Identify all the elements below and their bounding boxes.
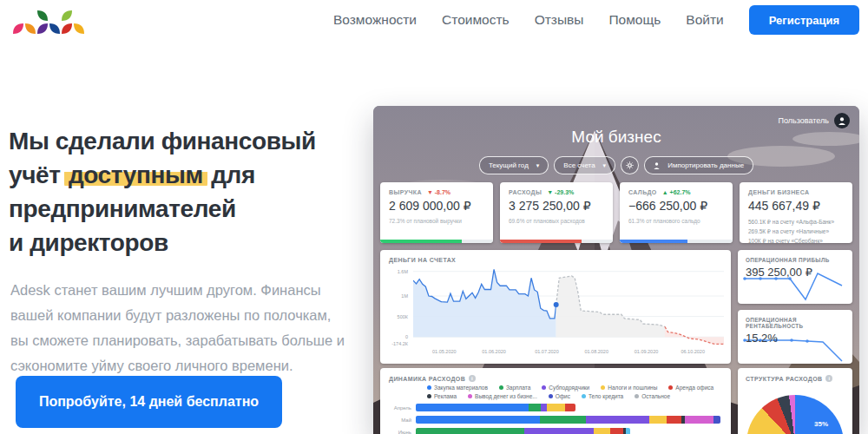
import-icon <box>654 162 660 169</box>
operating-rentability-card: ОПЕРАЦИОННАЯ РЕНТАБЕЛЬНОСТЬ 15.2% <box>738 310 852 364</box>
bar-row-label: Апрель <box>389 405 411 411</box>
bottom-charts-row: ДИНАМИКА РАСХОДОВ i Закупка материаловЗа… <box>380 368 852 434</box>
bar-segment <box>649 416 666 424</box>
title-line-4: и директоров <box>9 229 168 256</box>
bar-segment <box>416 416 540 424</box>
metric-badge: ▼ -8.7% <box>427 189 450 195</box>
metric-badge: ▲ +62.7% <box>662 189 691 195</box>
legend-dot <box>549 394 553 398</box>
bar-segment <box>594 428 610 434</box>
bar-row: Апрель <box>389 404 722 411</box>
title-highlight: доступным <box>64 161 207 188</box>
y-tick-label: 500К <box>398 314 408 319</box>
metric-label: САЛЬДО <box>628 189 657 195</box>
bar-segment <box>626 428 630 434</box>
title-line-2-pre: учёт <box>9 161 61 188</box>
accounts-select-value: Все счета <box>563 161 595 169</box>
bar-segment <box>667 416 682 424</box>
info-icon[interactable]: i <box>469 375 476 382</box>
account-line: 560.1К ₽ на счету «Альфа-Банк» <box>748 218 844 227</box>
import-data-button[interactable]: Импортировать данные <box>644 156 753 174</box>
title-line-2-post: для <box>211 161 255 188</box>
x-tick-label: 01.08.2020 <box>584 349 608 354</box>
bar-segment <box>524 428 594 434</box>
nav-item-login[interactable]: Войти <box>686 12 723 28</box>
bar-segment <box>685 416 714 424</box>
bar-segment <box>565 404 576 411</box>
bar-row-label: Июнь <box>389 430 411 434</box>
metric-subtitle: 69.6% от плановых расходов <box>509 218 604 224</box>
legend-dot <box>499 385 503 390</box>
metric-label: ВЫРУЧКА <box>389 189 422 195</box>
money-chart-title: ДЕНЬГИ НА СЧЕТАХ <box>389 257 722 263</box>
metric-value: −666 250,00 ₽ <box>628 199 724 213</box>
chevron-down-icon: ▾ <box>536 162 540 169</box>
hero-paragraph: Adesk станет вашим лучшим другом. Финанс… <box>10 278 347 378</box>
legend-dot <box>542 385 546 390</box>
adesk-logo[interactable] <box>10 3 94 43</box>
logo-leaf <box>37 10 48 21</box>
settings-button[interactable] <box>621 156 639 174</box>
title-line-1: Мы сделали финансовый <box>9 128 316 155</box>
card-value: 15.2% <box>746 332 845 345</box>
y-tick-label: 1М <box>401 293 408 299</box>
metric-progress <box>380 240 493 243</box>
metric-badge: ▼ -29.3% <box>547 189 574 195</box>
card-title: ОПЕРАЦИОННАЯ ПРИБЫЛЬ <box>746 257 845 263</box>
bar-segment <box>529 404 541 411</box>
legend-dot <box>468 394 472 398</box>
register-button[interactable]: Регистрация <box>749 5 859 35</box>
metric-value: 3 275 250,00 ₽ <box>509 199 604 213</box>
legend-dot <box>427 385 431 390</box>
bar-row-label: Май <box>389 418 411 423</box>
main-charts-row: ДЕНЬГИ НА СЧЕТАХ 1.6М1М500К0-174.2К 01.0… <box>380 250 852 364</box>
account-line: 269.5К ₽ на счету «Наличные» <box>748 227 844 236</box>
period-select[interactable]: Текущий год ▾ <box>479 156 549 174</box>
logo-leaf <box>62 23 72 34</box>
bar-segment <box>610 428 622 434</box>
expenses-structure-title: СТРУКТУРА РАСХОДОВ <box>746 376 822 382</box>
y-tick-label: 1.6М <box>398 269 408 274</box>
accounts-select[interactable]: Все счета ▾ <box>554 156 615 174</box>
nav-item-features[interactable]: Возможности <box>333 12 417 28</box>
import-data-label: Импортировать данные <box>667 161 744 169</box>
legend-item: Остальное <box>635 393 670 399</box>
y-tick-label: 0 <box>405 334 408 339</box>
logo-leaf <box>74 23 84 34</box>
expenses-legend: Закупка материаловЗарплатаСубподрядчикиН… <box>427 385 719 399</box>
logo-leaf <box>62 10 72 21</box>
legend-dot <box>601 385 605 390</box>
gear-icon <box>626 161 634 169</box>
legend-dot <box>582 394 586 398</box>
nav-item-pricing[interactable]: Стоимость <box>442 12 510 28</box>
bar-row: Май <box>389 416 722 424</box>
try-free-button[interactable]: Попробуйте, 14 дней бесплатно <box>16 376 282 428</box>
dashboard-preview: Пользователь Мой бизнес Текущий год ▾ Вс… <box>373 106 859 434</box>
user-label: Пользователь <box>779 116 829 125</box>
metric-label: РАСХОДЫ <box>509 189 542 195</box>
metric-value: 2 609 000,00 ₽ <box>389 199 484 213</box>
nav-item-reviews[interactable]: Отзывы <box>535 12 584 28</box>
legend-item: Аренда офиса <box>668 385 713 391</box>
user-chip[interactable]: Пользователь <box>779 113 850 128</box>
bar-segment <box>586 416 650 424</box>
metric-subtitle: 72.3% от плановой выручки <box>389 218 484 224</box>
nav-item-help[interactable]: Помощь <box>608 12 661 28</box>
legend-item: Реклама <box>427 393 457 399</box>
x-tick-label: 01.07.2020 <box>535 349 559 354</box>
title-line-3: предпринимателей <box>9 195 236 222</box>
legend-item: Офис <box>549 393 570 399</box>
pie-slice-label: 35% <box>814 420 828 428</box>
legend-dot <box>427 394 431 398</box>
legend-dot <box>635 394 639 398</box>
bar-segment <box>547 404 565 411</box>
y-tick-label: -174.2К <box>391 341 408 346</box>
metric-card-saldo: САЛЬДО ▲ +62.7% −666 250,00 ₽ 61.3% от п… <box>620 182 733 243</box>
bar-segment <box>416 428 524 434</box>
legend-item: Субподрядчики <box>542 385 589 391</box>
metric-value: 445 667,49 ₽ <box>748 199 844 213</box>
legend-item: Тело кредита <box>582 393 623 399</box>
info-icon[interactable]: i <box>825 375 832 382</box>
legend-item: Вывод денег из бизне... <box>468 393 537 399</box>
card-value: 395 250,00 ₽ <box>746 266 845 279</box>
